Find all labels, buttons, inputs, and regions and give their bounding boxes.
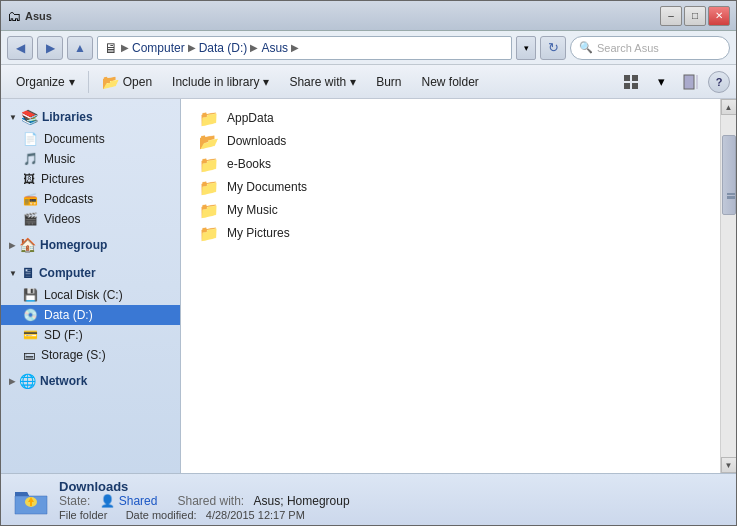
open-label: Open bbox=[123, 75, 152, 89]
libraries-group[interactable]: ▼ 📚 Libraries bbox=[1, 105, 180, 129]
address-dropdown[interactable]: ▾ bbox=[516, 36, 536, 60]
shared-with-value: Asus; Homegroup bbox=[254, 494, 350, 508]
minimize-button[interactable]: – bbox=[660, 6, 682, 26]
homegroup-group[interactable]: ▶ 🏠 Homegroup bbox=[1, 233, 180, 257]
file-item-downloads[interactable]: 📂 Downloads bbox=[193, 130, 708, 152]
grip-line-3 bbox=[727, 197, 735, 198]
preview-button[interactable] bbox=[678, 69, 704, 95]
share-with-button[interactable]: Share with ▾ bbox=[280, 69, 365, 95]
svg-rect-4 bbox=[684, 75, 694, 89]
burn-label: Burn bbox=[376, 75, 401, 89]
status-info: Downloads State: 👤 Shared Shared with: A… bbox=[59, 479, 724, 521]
file-item-mydocuments[interactable]: 📁 My Documents bbox=[193, 176, 708, 198]
scroll-down-button[interactable]: ▼ bbox=[721, 457, 737, 473]
network-icon: 🌐 bbox=[19, 373, 36, 389]
folder-type-label: File folder bbox=[59, 509, 107, 521]
sidebar-item-sd-f[interactable]: 💳 SD (F:) bbox=[1, 325, 180, 345]
storage-s-icon: 🖴 bbox=[23, 348, 35, 362]
forward-button[interactable]: ▶ bbox=[37, 36, 63, 60]
sidebar-item-data-d[interactable]: 💿 Data (D:) bbox=[1, 305, 180, 325]
date-value: 4/28/2015 12:17 PM bbox=[206, 509, 305, 521]
view-toggle-button[interactable] bbox=[618, 69, 644, 95]
organize-label: Organize bbox=[16, 75, 65, 89]
toolbar-right: ▾ ? bbox=[618, 69, 730, 95]
sidebar-item-storage-s[interactable]: 🖴 Storage (S:) bbox=[1, 345, 180, 365]
ebooks-folder-icon: 📁 bbox=[199, 156, 219, 172]
sidebar-item-local-disk[interactable]: 💾 Local Disk (C:) bbox=[1, 285, 180, 305]
path-asus[interactable]: Asus bbox=[261, 41, 288, 55]
path-computer[interactable]: Computer bbox=[132, 41, 185, 55]
ebooks-label: e-Books bbox=[227, 157, 271, 171]
path-datad[interactable]: Data (D:) bbox=[199, 41, 248, 55]
file-item-mymusic[interactable]: 📁 My Music bbox=[193, 199, 708, 221]
storage-s-label: Storage (S:) bbox=[41, 348, 106, 362]
file-item-mypictures[interactable]: 📁 My Pictures bbox=[193, 222, 708, 244]
documents-icon: 📄 bbox=[23, 132, 38, 146]
svg-rect-2 bbox=[624, 83, 630, 89]
podcasts-label: Podcasts bbox=[44, 192, 93, 206]
data-d-label: Data (D:) bbox=[44, 308, 93, 322]
homegroup-expand-icon: ▶ bbox=[9, 241, 15, 250]
mydocuments-label: My Documents bbox=[227, 180, 307, 194]
network-section: ▶ 🌐 Network bbox=[1, 367, 180, 395]
organize-button[interactable]: Organize ▾ bbox=[7, 69, 84, 95]
sidebar-item-videos[interactable]: 🎬 Videos bbox=[1, 209, 180, 229]
sd-f-label: SD (F:) bbox=[44, 328, 83, 342]
forward-icon: ▶ bbox=[46, 41, 55, 55]
status-detail-row: File folder Date modified: 4/28/2015 12:… bbox=[59, 509, 724, 521]
burn-button[interactable]: Burn bbox=[367, 69, 410, 95]
file-area: 📁 AppData 📂 Downloads 📁 e-Books 📁 My Doc… bbox=[181, 99, 736, 473]
data-d-icon: 💿 bbox=[23, 308, 38, 322]
include-arrow: ▾ bbox=[263, 75, 269, 89]
close-button[interactable]: ✕ bbox=[708, 6, 730, 26]
refresh-button[interactable]: ↻ bbox=[540, 36, 566, 60]
network-label: Network bbox=[40, 374, 87, 388]
homegroup-icon: 🏠 bbox=[19, 237, 36, 253]
scroll-up-button[interactable]: ▲ bbox=[721, 99, 737, 115]
back-icon: ◀ bbox=[16, 41, 25, 55]
file-item-appdata[interactable]: 📁 AppData bbox=[193, 107, 708, 129]
shared-with-label: Shared with: bbox=[177, 494, 244, 508]
file-item-ebooks[interactable]: 📁 e-Books bbox=[193, 153, 708, 175]
search-box[interactable]: 🔍 Search Asus bbox=[570, 36, 730, 60]
computer-expand-icon: ▼ bbox=[9, 269, 17, 278]
new-folder-button[interactable]: New folder bbox=[413, 69, 488, 95]
back-button[interactable]: ◀ bbox=[7, 36, 33, 60]
status-folder-icon bbox=[13, 482, 49, 518]
mymusic-folder-icon: 📁 bbox=[199, 202, 219, 218]
network-expand-icon: ▶ bbox=[9, 377, 15, 386]
scroll-track[interactable] bbox=[721, 115, 737, 457]
computer-group[interactable]: ▼ 🖥 Computer bbox=[1, 261, 180, 285]
status-shared-row: State: 👤 Shared Shared with: Asus; Homeg… bbox=[59, 494, 724, 508]
date-label: Date modified: bbox=[126, 509, 197, 521]
svg-rect-7 bbox=[30, 502, 32, 506]
toolbar-separator-1 bbox=[88, 71, 89, 93]
sidebar-item-podcasts[interactable]: 📻 Podcasts bbox=[1, 189, 180, 209]
address-path[interactable]: 🖥 ▶ Computer ▶ Data (D:) ▶ Asus ▶ bbox=[97, 36, 512, 60]
path-arrow-1: ▶ bbox=[121, 42, 129, 53]
scroll-grip bbox=[727, 193, 735, 199]
help-button[interactable]: ? bbox=[708, 71, 730, 93]
up-button[interactable]: ▲ bbox=[67, 36, 93, 60]
computer-label: Computer bbox=[39, 266, 96, 280]
address-bar: ◀ ▶ ▲ 🖥 ▶ Computer ▶ Data (D:) ▶ Asus ▶ … bbox=[1, 31, 736, 65]
share-label: Share with bbox=[289, 75, 346, 89]
search-placeholder: Search Asus bbox=[597, 42, 659, 54]
homegroup-label: Homegroup bbox=[40, 238, 107, 252]
sidebar-item-music[interactable]: 🎵 Music bbox=[1, 149, 180, 169]
include-library-button[interactable]: Include in library ▾ bbox=[163, 69, 278, 95]
sidebar-item-pictures[interactable]: 🖼 Pictures bbox=[1, 169, 180, 189]
scroll-thumb[interactable] bbox=[722, 135, 736, 215]
podcasts-icon: 📻 bbox=[23, 192, 38, 206]
homegroup-section: ▶ 🏠 Homegroup bbox=[1, 231, 180, 259]
network-group[interactable]: ▶ 🌐 Network bbox=[1, 369, 180, 393]
svg-rect-5 bbox=[696, 75, 698, 89]
sidebar-item-documents[interactable]: 📄 Documents bbox=[1, 129, 180, 149]
title-bar-left: 🗂 Asus bbox=[7, 8, 660, 24]
refresh-icon: ↻ bbox=[548, 40, 559, 55]
view-dropdown-button[interactable]: ▾ bbox=[648, 69, 674, 95]
open-button[interactable]: 📂 Open bbox=[93, 69, 161, 95]
maximize-button[interactable]: □ bbox=[684, 6, 706, 26]
appdata-folder-icon: 📁 bbox=[199, 110, 219, 126]
shared-person-icon: 👤 bbox=[100, 494, 115, 508]
